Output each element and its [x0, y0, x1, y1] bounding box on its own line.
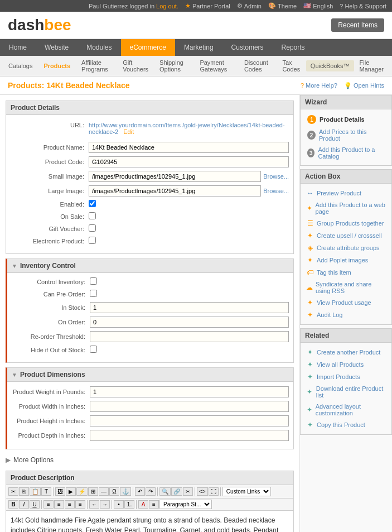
- related-create-product[interactable]: ✦ Create another Product: [303, 346, 389, 358]
- related-download-list[interactable]: ✦ Download entire Product list: [303, 383, 389, 401]
- step-2-link[interactable]: Add Prices to this Product: [319, 128, 385, 142]
- action-tag-item[interactable]: 🏷 Tag this item: [303, 266, 389, 279]
- related-copy-product[interactable]: ✦ Copy this Product: [303, 419, 389, 431]
- step-3-link[interactable]: Add this Product to a Catalog: [318, 146, 385, 160]
- toolbar-special-char[interactable]: Ω: [109, 487, 119, 496]
- language-link[interactable]: 🇺🇸 English: [303, 2, 333, 9]
- nav-reports[interactable]: Reports: [273, 39, 314, 56]
- paragraph-style-select[interactable]: Paragraph St...: [159, 500, 212, 509]
- small-image-browse[interactable]: Browse...: [263, 173, 289, 180]
- inventory-header[interactable]: ▼ Inventory Control: [7, 259, 293, 273]
- format-ol[interactable]: 1.: [124, 500, 134, 509]
- subnav-gift-vouchers[interactable]: Gift Vouchers: [117, 56, 154, 76]
- large-image-browse[interactable]: Browse...: [263, 188, 289, 194]
- in-stock-input[interactable]: [90, 302, 289, 313]
- toolbar-img[interactable]: 🖼: [55, 487, 65, 496]
- format-indent[interactable]: →: [100, 500, 110, 509]
- format-ul[interactable]: •: [114, 500, 124, 509]
- nav-home[interactable]: Home: [0, 39, 36, 56]
- toolbar-find[interactable]: 🔍: [159, 487, 171, 496]
- editor-body[interactable]: 14kt Gold handmade Fire Agate pendant st…: [6, 511, 293, 532]
- electronic-product-checkbox[interactable]: [89, 237, 96, 244]
- subnav-shipping[interactable]: Shipping Options: [154, 56, 194, 76]
- toolbar-flash[interactable]: ⚡: [76, 487, 88, 496]
- nav-website[interactable]: Website: [36, 39, 78, 56]
- action-preview[interactable]: ↔ Preview Product: [303, 187, 389, 199]
- on-order-input[interactable]: [90, 317, 289, 328]
- toolbar-hr[interactable]: —: [99, 487, 109, 496]
- more-help-link[interactable]: ? More Help?: [301, 82, 337, 89]
- format-styles[interactable]: ≡: [149, 500, 159, 509]
- toolbar-paste[interactable]: 📋: [30, 487, 41, 496]
- can-preorder-checkbox[interactable]: [90, 290, 97, 297]
- help-link[interactable]: ? Help & Support: [340, 3, 386, 9]
- nav-modules[interactable]: Modules: [78, 39, 120, 56]
- logout-link[interactable]: Log out.: [156, 3, 178, 9]
- toolbar-cut[interactable]: ✂: [8, 487, 18, 496]
- subnav-products[interactable]: Products: [38, 59, 76, 73]
- format-bold[interactable]: B: [8, 500, 18, 509]
- action-poplet-images[interactable]: ✦ Add Poplet images: [303, 254, 389, 266]
- wizard-step-2[interactable]: 2 Add Prices to this Product: [303, 126, 389, 144]
- subnav-affiliate[interactable]: Affiliate Programs: [76, 56, 117, 76]
- action-add-to-webpage[interactable]: ✦ Add this Product to a web page: [303, 199, 389, 217]
- format-align-justify[interactable]: ≡: [75, 500, 85, 509]
- toolbar-table[interactable]: ⊞: [88, 487, 98, 496]
- on-sale-checkbox[interactable]: [89, 212, 96, 219]
- toolbar-copy[interactable]: ⎘: [19, 487, 29, 496]
- subnav-catalogs[interactable]: Catalogs: [3, 59, 38, 73]
- wizard-step-3[interactable]: 3 Add this Product to a Catalog: [303, 144, 389, 162]
- reorder-threshold-input[interactable]: [90, 331, 289, 342]
- format-font-color[interactable]: A: [138, 500, 148, 509]
- partner-portal-link[interactable]: ★ Partner Portal: [185, 2, 230, 9]
- related-import-products[interactable]: ✦ Import Products: [303, 371, 389, 383]
- more-options-row[interactable]: ▶ More Options: [6, 454, 294, 466]
- toolbar-unlink[interactable]: ✂: [183, 487, 193, 496]
- format-outdent[interactable]: ←: [89, 500, 99, 509]
- nav-ecommerce[interactable]: eCommerce: [121, 39, 175, 56]
- recent-items-button[interactable]: Recent Items: [331, 18, 384, 32]
- large-image-input[interactable]: [89, 185, 261, 196]
- enabled-checkbox[interactable]: [89, 200, 96, 207]
- subnav-file-manager[interactable]: File Manager: [354, 56, 389, 76]
- product-name-input[interactable]: [89, 142, 289, 153]
- action-syndicate[interactable]: ☁ Syndicate and share using RSS: [303, 279, 389, 296]
- related-layout[interactable]: ✦ Advanced layout customization: [303, 401, 389, 419]
- control-inventory-checkbox[interactable]: [90, 277, 97, 285]
- format-underline[interactable]: U: [30, 500, 40, 509]
- toolbar-fullscreen[interactable]: ⛶: [209, 487, 219, 496]
- nav-marketing[interactable]: Marketing: [175, 39, 222, 56]
- small-image-input[interactable]: [89, 171, 261, 182]
- subnav-tax[interactable]: Tax Codes: [277, 56, 306, 76]
- related-view-products[interactable]: ✦ View all Products: [303, 358, 389, 371]
- dimensions-header[interactable]: ▼ Product Dimensions: [7, 368, 293, 382]
- toolbar-media[interactable]: ▶: [66, 487, 76, 496]
- toolbar-paste-text[interactable]: T: [41, 487, 51, 496]
- action-attribute-groups[interactable]: ◈ Create attribute groups: [303, 242, 389, 254]
- toolbar-undo[interactable]: ↶: [135, 487, 145, 496]
- hide-out-of-stock-checkbox[interactable]: [90, 346, 97, 353]
- url-edit-link[interactable]: Edit: [123, 128, 134, 135]
- height-input[interactable]: [90, 415, 289, 426]
- custom-links-select[interactable]: Custom Links: [222, 487, 271, 496]
- open-hints-link[interactable]: 💡 Open Hints: [344, 82, 384, 89]
- subnav-quickbooks[interactable]: QuickBooks™: [306, 60, 354, 71]
- gift-voucher-checkbox[interactable]: [89, 224, 96, 232]
- format-align-center[interactable]: ≡: [54, 500, 64, 509]
- toolbar-anchor[interactable]: ⚓: [120, 487, 131, 496]
- toolbar-redo[interactable]: ↷: [146, 487, 156, 496]
- action-product-usage[interactable]: ✦ View Product usage: [303, 296, 389, 309]
- depth-input[interactable]: [90, 430, 289, 441]
- weight-input[interactable]: [90, 386, 289, 397]
- action-group-products[interactable]: ☰ Group Products together: [303, 217, 389, 229]
- format-align-right[interactable]: ≡: [65, 500, 75, 509]
- action-upsell[interactable]: ✦ Create upsell / crosssell: [303, 229, 389, 242]
- width-input[interactable]: [90, 401, 289, 412]
- toolbar-link[interactable]: 🔗: [171, 487, 182, 496]
- admin-link[interactable]: ⚙ Admin: [237, 2, 262, 9]
- subnav-payment[interactable]: Payment Gateways: [194, 56, 239, 76]
- nav-customers[interactable]: Customers: [222, 39, 273, 56]
- action-audit-log[interactable]: ✦ Audit Log: [303, 309, 389, 321]
- theme-link[interactable]: 🎨 Theme: [268, 2, 297, 9]
- format-italic[interactable]: I: [19, 500, 29, 509]
